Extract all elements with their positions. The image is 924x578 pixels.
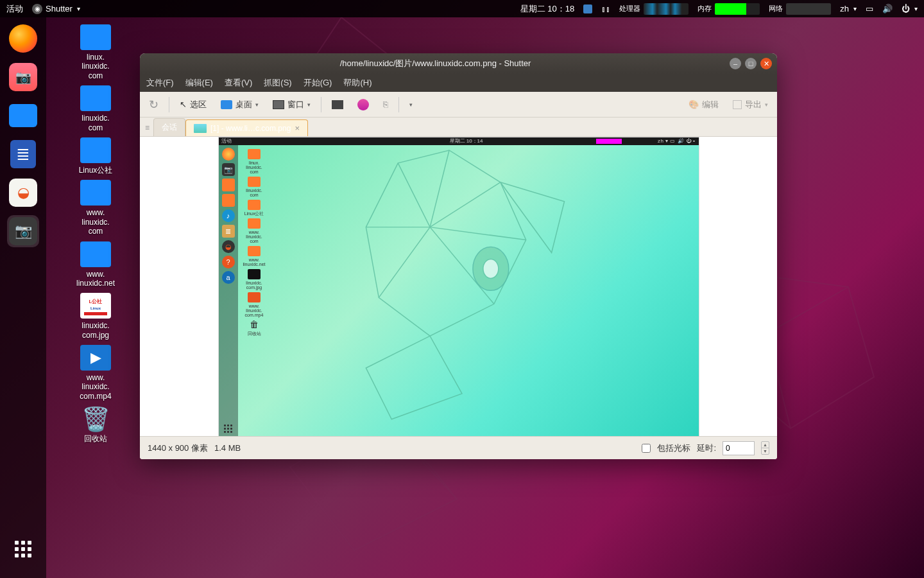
dock-firefox[interactable]: [7, 22, 39, 55]
menubar: 文件(F) 编辑(E) 查看(V) 抓图(S) 开始(G) 帮助(H): [140, 74, 777, 92]
folder-icon: [80, 241, 111, 267]
more-button[interactable]: ▾: [406, 99, 416, 110]
export-button[interactable]: 导出▾: [729, 96, 772, 113]
spin-buttons[interactable]: ▲▼: [761, 441, 769, 455]
activities-button[interactable]: 活动: [6, 3, 23, 15]
dock-files[interactable]: [7, 100, 39, 132]
folder-icon: [80, 85, 111, 111]
status-filesize: 1.4 MB: [214, 443, 241, 453]
ime-label: zh: [840, 4, 849, 13]
tab-close-icon[interactable]: ×: [295, 123, 300, 133]
redo-button[interactable]: ↻: [145, 95, 162, 114]
tab-list-icon[interactable]: ≡: [145, 123, 150, 132]
desktop-trash[interactable]: 🗑️回收站: [54, 406, 137, 443]
chevron-down-icon: ▾: [307, 101, 311, 108]
redo-icon: ↻: [149, 98, 158, 112]
icon-label: Linux公社: [54, 166, 137, 175]
tab-screenshot[interactable]: [1] - www.li…c.com.png ×: [185, 119, 308, 136]
dock-shutter[interactable]: 📷: [7, 215, 39, 247]
dock-writer[interactable]: ≣: [7, 138, 39, 170]
power-icon: ⏻: [902, 4, 910, 13]
dock-screenshot[interactable]: 📷: [7, 61, 39, 93]
desktop-video-file[interactable]: ▶www. linuxidc. com.mp4: [54, 345, 137, 401]
system-menu[interactable]: ⏻ ▾: [902, 4, 918, 13]
menu-edit[interactable]: 编辑(E): [185, 77, 213, 89]
desktop-folder[interactable]: linux. linuxidc. com: [54, 24, 137, 80]
menu-view[interactable]: 查看(V): [225, 77, 252, 89]
ime-indicator[interactable]: zh ▾: [840, 4, 857, 13]
desktop-folder[interactable]: www. linuxidc. com: [54, 180, 137, 236]
web-capture-button[interactable]: ⎘: [379, 97, 392, 112]
net-indicator[interactable]: 网络: [769, 3, 831, 15]
svg-text:L公社: L公社: [89, 299, 103, 304]
mem-indicator[interactable]: 内存: [697, 3, 760, 15]
select-area-button[interactable]: ↖选区: [176, 96, 210, 113]
preview-desktop-icons: linux. linuxidc. com linuxidc. com Linux…: [243, 149, 266, 336]
firefox-icon: [9, 24, 37, 53]
shutter-window: /home/linuxidc/图片/www.linuxidc.com.png -…: [140, 53, 777, 459]
svg-point-4: [472, 247, 508, 291]
export-label: 导出: [745, 99, 762, 110]
cpu-graph: [644, 3, 689, 15]
tab-session[interactable]: 会话: [153, 118, 185, 136]
circle-icon: [357, 99, 369, 110]
chevron-down-icon: ▾: [853, 5, 857, 12]
screen-icon[interactable]: ▭: [866, 4, 873, 13]
desktop-capture-button[interactable]: 桌面▾: [217, 96, 262, 113]
shutter-icon: ◉: [32, 4, 42, 14]
show-applications[interactable]: [7, 533, 39, 565]
window-title: /home/linuxidc/图片/www.linuxidc.com.png -…: [145, 58, 726, 69]
camera-icon: 📷: [9, 217, 37, 245]
cpu-indicator[interactable]: 处理器: [619, 3, 689, 15]
desktop-image-file[interactable]: L公社Linuxlinuxidc. com.jpg: [54, 293, 137, 340]
mem-label: 内存: [697, 4, 712, 13]
video-icon: ▶: [80, 345, 111, 371]
clock[interactable]: 星期二 10：18: [520, 3, 575, 15]
menu-capture[interactable]: 抓图(S): [264, 77, 291, 89]
menu-file[interactable]: 文件(F): [146, 77, 174, 89]
window-icon: [273, 100, 284, 109]
desktop-icons: linux. linuxidc. com linuxidc. com Linux…: [54, 24, 137, 444]
delay-input[interactable]: [723, 441, 755, 455]
menu-capture-button[interactable]: [328, 98, 347, 112]
window-capture-button[interactable]: 窗口▾: [269, 96, 314, 113]
window-titlebar[interactable]: /home/linuxidc/图片/www.linuxidc.com.png -…: [140, 53, 777, 74]
svg-point-5: [483, 259, 498, 278]
chevron-down-icon: ▾: [409, 101, 413, 108]
select-label: 选区: [190, 99, 207, 110]
tabbar: ≡ 会话 [1] - www.li…c.com.png ×: [140, 118, 777, 137]
desktop-icon: [221, 100, 232, 109]
spin-down-icon[interactable]: ▼: [762, 448, 769, 454]
tooltip-capture-button[interactable]: [354, 96, 373, 113]
menu-help[interactable]: 帮助(H): [343, 77, 372, 89]
app-menu[interactable]: ◉ Shutter ▾: [32, 4, 80, 14]
desktop-folder[interactable]: www. linuxidc.net: [54, 241, 137, 288]
tab-label: [1] - www.li…c.com.png: [210, 124, 291, 133]
spin-up-icon[interactable]: ▲: [762, 442, 769, 448]
menu-go[interactable]: 开始(G): [304, 77, 332, 89]
desktop-folder[interactable]: linuxidc. com: [54, 85, 137, 132]
palette-icon: 🎨: [689, 100, 699, 109]
window-label: 窗口: [287, 99, 304, 110]
apps-grid-icon: [15, 541, 31, 557]
desktop-label: 桌面: [235, 99, 252, 110]
web-icon: ⎘: [383, 100, 388, 109]
svg-text:Linux: Linux: [90, 306, 101, 310]
icon-label: www. linuxidc. com: [54, 208, 137, 236]
chart-indicator-icon[interactable]: ⫾⫾: [601, 4, 610, 14]
desktop-folder[interactable]: Linux公社: [54, 137, 137, 175]
screenshot-preview[interactable]: 活动 星期二 10：14 zh ▾ ▭ 🔊 ⏻ ▾ ​ 📷 ​ ​ ♪ ≣ ◒ …: [218, 137, 699, 436]
maximize-button[interactable]: □: [745, 58, 757, 69]
document-icon: ≣: [10, 140, 36, 168]
close-button[interactable]: ✕: [760, 58, 772, 69]
minimize-button[interactable]: –: [730, 58, 741, 69]
app-menu-label: Shutter: [46, 4, 73, 13]
edit-button[interactable]: 🎨编辑: [685, 96, 723, 113]
dock-software[interactable]: ◒: [7, 177, 39, 209]
include-cursor-checkbox[interactable]: [642, 444, 651, 453]
bag-icon: ◒: [9, 179, 37, 207]
preview-dock: ​ 📷 ​ ​ ♪ ≣ ◒ ? a: [219, 145, 238, 436]
svg-rect-3: [84, 312, 107, 315]
volume-icon[interactable]: 🔊: [882, 4, 893, 13]
icon-label: www. linuxidc.net: [54, 270, 137, 288]
